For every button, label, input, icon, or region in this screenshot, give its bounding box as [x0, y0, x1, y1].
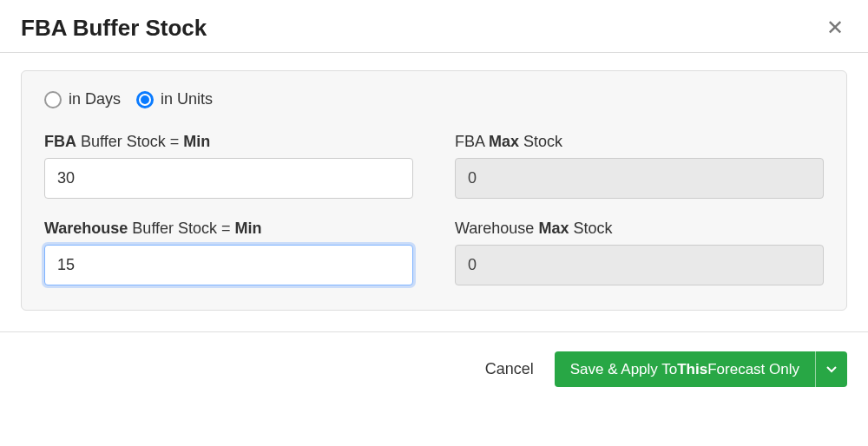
unit-mode-radio-group: in Days in Units: [44, 90, 824, 108]
field-label: Warehouse Buffer Stock = Min: [44, 220, 413, 238]
fba-max-input: [455, 158, 824, 199]
close-icon[interactable]: ✕: [823, 14, 847, 42]
warehouse-max-field: Warehouse Max Stock: [455, 220, 824, 285]
radio-icon: [136, 91, 154, 108]
save-apply-button[interactable]: Save & Apply To This Forecast Only: [555, 351, 815, 387]
radio-label: in Days: [69, 90, 121, 108]
panel-wrap: in Days in Units FBA Buffer Stock = Min: [0, 53, 868, 331]
fba-max-field: FBA Max Stock: [455, 133, 824, 199]
save-button-group: Save & Apply To This Forecast Only: [555, 351, 847, 387]
save-dropdown-button[interactable]: [815, 351, 847, 387]
buffer-stock-dialog: FBA Buffer Stock ✕ in Days in Units FBA …: [0, 0, 868, 406]
warehouse-min-input[interactable]: [44, 245, 413, 285]
fba-min-input[interactable]: [44, 158, 413, 199]
warehouse-min-field: Warehouse Buffer Stock = Min: [44, 220, 413, 285]
dialog-header: FBA Buffer Stock ✕: [0, 0, 868, 52]
radio-icon: [44, 91, 62, 108]
radio-in-days[interactable]: in Days: [44, 90, 121, 108]
field-label: FBA Max Stock: [455, 133, 824, 151]
field-label: Warehouse Max Stock: [455, 220, 824, 238]
fba-min-field: FBA Buffer Stock = Min: [44, 133, 413, 199]
caret-down-icon: [826, 366, 837, 373]
cancel-button[interactable]: Cancel: [485, 360, 534, 378]
radio-in-units[interactable]: in Units: [136, 90, 213, 108]
field-label: FBA Buffer Stock = Min: [44, 133, 413, 151]
dialog-footer: Cancel Save & Apply To This Forecast Onl…: [0, 332, 868, 406]
dialog-title: FBA Buffer Stock: [21, 15, 207, 42]
radio-label: in Units: [161, 90, 213, 108]
fields-grid: FBA Buffer Stock = Min FBA Max Stock War…: [44, 133, 824, 285]
settings-panel: in Days in Units FBA Buffer Stock = Min: [21, 70, 847, 311]
warehouse-max-input: [455, 245, 824, 285]
